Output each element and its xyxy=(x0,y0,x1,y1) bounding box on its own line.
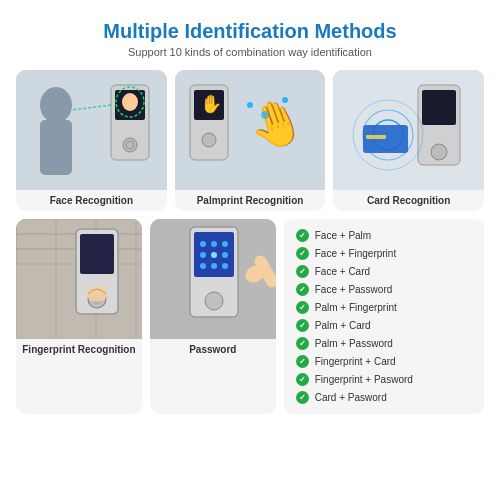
combo-item: ✓Face + Card xyxy=(296,265,472,278)
combo-label: Face + Card xyxy=(315,266,370,277)
svg-point-1 xyxy=(40,87,72,123)
combo-item: ✓Palm + Card xyxy=(296,319,472,332)
svg-rect-39 xyxy=(80,234,114,274)
card-scene-svg xyxy=(333,70,484,190)
combo-check-icon: ✓ xyxy=(296,391,309,404)
svg-point-55 xyxy=(205,292,223,310)
svg-point-50 xyxy=(211,252,217,258)
svg-point-47 xyxy=(211,241,217,247)
combo-item: ✓Palm + Password xyxy=(296,337,472,350)
page: Multiple Identification Methods Support … xyxy=(0,0,500,500)
card-recognition-card: Card Recognition xyxy=(333,70,484,211)
svg-rect-20 xyxy=(333,70,484,190)
combo-check-icon: ✓ xyxy=(296,337,309,350)
fingerprint-recognition-card: Fingerprint Recognition xyxy=(16,219,142,414)
bottom-grid: Fingerprint Recognition xyxy=(16,219,484,414)
svg-point-51 xyxy=(222,252,228,258)
fingerprint-scene-svg xyxy=(16,219,142,339)
combo-label: Card + Pasword xyxy=(315,392,387,403)
svg-rect-2 xyxy=(40,120,72,175)
svg-text:✋: ✋ xyxy=(200,93,223,115)
combo-label: Face + Fingerprint xyxy=(315,248,396,259)
svg-point-14 xyxy=(202,133,216,147)
combo-item: ✓Fingerprint + Pasword xyxy=(296,373,472,386)
combo-item: ✓Face + Palm xyxy=(296,229,472,242)
face-scene-svg xyxy=(16,70,167,190)
password-card: Password xyxy=(150,219,276,414)
combo-check-icon: ✓ xyxy=(296,229,309,242)
combo-label: Palm + Card xyxy=(315,320,371,331)
top-grid: Face Recognition ✋ 🤚 xyxy=(16,70,484,211)
combo-label: Face + Password xyxy=(315,284,393,295)
svg-point-17 xyxy=(261,111,269,119)
header: Multiple Identification Methods Support … xyxy=(103,18,396,58)
combo-item: ✓Fingerprint + Card xyxy=(296,355,472,368)
password-label: Password xyxy=(185,339,240,360)
svg-rect-28 xyxy=(366,135,386,139)
combo-label: Palm + Fingerprint xyxy=(315,302,397,313)
svg-point-42 xyxy=(87,286,107,302)
combo-list-card: ✓Face + Palm✓Face + Fingerprint✓Face + C… xyxy=(284,219,484,414)
svg-point-49 xyxy=(200,252,206,258)
combo-check-icon: ✓ xyxy=(296,301,309,314)
svg-point-52 xyxy=(200,263,206,269)
face-recognition-card: Face Recognition xyxy=(16,70,167,211)
combo-label: Palm + Password xyxy=(315,338,393,349)
palm-recognition-card: ✋ 🤚 Palmprint Recognition xyxy=(175,70,326,211)
combo-check-icon: ✓ xyxy=(296,355,309,368)
password-scene-svg xyxy=(150,219,276,339)
combo-check-icon: ✓ xyxy=(296,373,309,386)
svg-point-53 xyxy=(211,263,217,269)
svg-point-16 xyxy=(247,102,253,108)
combo-item: ✓Palm + Fingerprint xyxy=(296,301,472,314)
combo-check-icon: ✓ xyxy=(296,319,309,332)
svg-point-23 xyxy=(431,144,447,160)
palm-scene-svg: ✋ 🤚 xyxy=(175,70,326,190)
fingerprint-label: Fingerprint Recognition xyxy=(18,339,139,360)
palm-label: Palmprint Recognition xyxy=(193,190,308,211)
combo-item: ✓Face + Password xyxy=(296,283,472,296)
svg-rect-22 xyxy=(422,90,456,125)
svg-point-46 xyxy=(200,241,206,247)
combo-check-icon: ✓ xyxy=(296,265,309,278)
combo-item: ✓Card + Pasword xyxy=(296,391,472,404)
card-image xyxy=(333,70,484,190)
combo-label: Face + Palm xyxy=(315,230,371,241)
combo-label: Fingerprint + Pasword xyxy=(315,374,413,385)
page-title: Multiple Identification Methods xyxy=(103,18,396,44)
palm-image: ✋ 🤚 xyxy=(175,70,326,190)
face-label: Face Recognition xyxy=(46,190,137,211)
password-image xyxy=(150,219,276,339)
combo-check-icon: ✓ xyxy=(296,247,309,260)
svg-point-54 xyxy=(222,263,228,269)
face-image xyxy=(16,70,167,190)
fingerprint-image xyxy=(16,219,142,339)
combo-check-icon: ✓ xyxy=(296,283,309,296)
svg-point-48 xyxy=(222,241,228,247)
page-subtitle: Support 10 kinds of combination way iden… xyxy=(103,46,396,58)
svg-point-7 xyxy=(123,138,137,152)
combo-item: ✓Face + Fingerprint xyxy=(296,247,472,260)
card-label: Card Recognition xyxy=(363,190,454,211)
svg-point-5 xyxy=(122,93,138,111)
svg-point-18 xyxy=(282,97,288,103)
combo-label: Fingerprint + Card xyxy=(315,356,396,367)
